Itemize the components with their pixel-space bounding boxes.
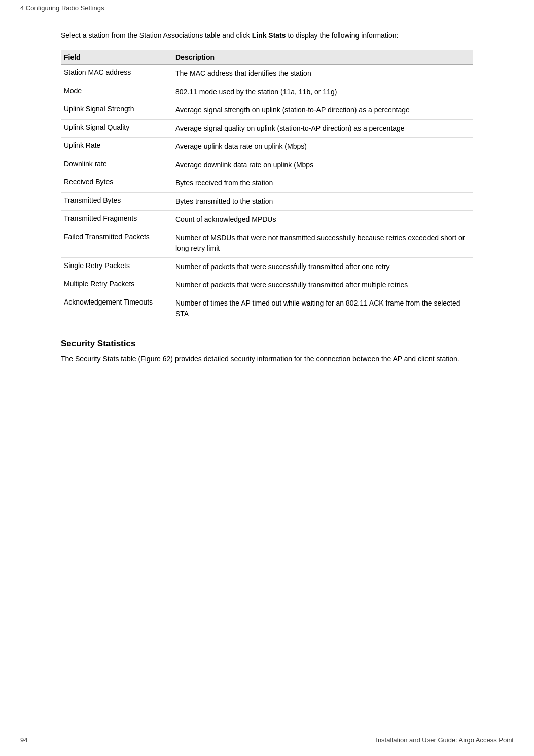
table-row: Uplink Signal StrengthAverage signal str… [61,101,473,120]
table-cell-description: Number of packets that were successfully… [172,258,473,276]
col-header-field: Field [61,50,172,65]
page-footer: 94 Installation and User Guide: Airgo Ac… [0,733,534,747]
table-cell-field: Failed Transmitted Packets [61,229,172,258]
table-cell-description: Number of times the AP timed out while w… [172,294,473,323]
table-cell-field: Transmitted Fragments [61,211,172,229]
col-header-description: Description [172,50,473,65]
table-cell-description: 802.11 mode used by the station (11a, 11… [172,83,473,101]
footer-guide-title: Installation and User Guide: Airgo Acces… [376,736,514,744]
table-row: Failed Transmitted PacketsNumber of MSDU… [61,229,473,258]
table-row: Single Retry PacketsNumber of packets th… [61,258,473,276]
table-row: Mode 802.11 mode used by the station (11… [61,83,473,101]
table-cell-description: The MAC address that identifies the stat… [172,65,473,83]
table-cell-field: Uplink Rate [61,138,172,156]
intro-text-before-bold: Select a station from the Station Associ… [61,31,252,40]
table-row: Acknowledgement TimeoutsNumber of times … [61,294,473,323]
table-cell-description: Number of packets that were successfully… [172,276,473,294]
table-cell-description: Number of MSDUs that were not transmitte… [172,229,473,258]
table-cell-field: Mode [61,83,172,101]
table-row: Transmitted FragmentsCount of acknowledg… [61,211,473,229]
table-cell-description: Bytes received from the station [172,174,473,193]
table-cell-description: Average signal quality on uplink (statio… [172,120,473,138]
table-row: Uplink Signal QualityAverage signal qual… [61,120,473,138]
table-cell-field: Single Retry Packets [61,258,172,276]
table-cell-field: Station MAC address [61,65,172,83]
table-cell-description: Average signal strength on uplink (stati… [172,101,473,120]
page-content: Select a station from the Station Associ… [0,15,534,405]
table-row: Downlink rateAverage downlink data rate … [61,156,473,174]
table-cell-field: Downlink rate [61,156,172,174]
table-cell-description: Count of acknowledged MPDUs [172,211,473,229]
page-header: 4 Configuring Radio Settings [0,0,534,15]
table-cell-field: Uplink Signal Strength [61,101,172,120]
security-statistics-section: Security Statistics The Security Stats t… [61,338,473,364]
table-row: Received BytesBytes received from the st… [61,174,473,193]
intro-paragraph: Select a station from the Station Associ… [61,30,473,41]
intro-text-after-bold: to display the following information: [286,31,399,40]
table-row: Uplink RateAverage uplink data rate on u… [61,138,473,156]
table-cell-field: Transmitted Bytes [61,193,172,211]
security-statistics-body: The Security Stats table (Figure 62) pro… [61,354,473,364]
table-cell-field: Uplink Signal Quality [61,120,172,138]
table-cell-field: Multiple Retry Packets [61,276,172,294]
table-cell-field: Acknowledgement Timeouts [61,294,172,323]
security-statistics-heading: Security Statistics [61,338,473,349]
footer-page-number: 94 [20,736,27,744]
link-stats-table: Field Description Station MAC addressThe… [61,50,473,323]
chapter-title: 4 Configuring Radio Settings [20,4,104,12]
table-cell-description: Average uplink data rate on uplink (Mbps… [172,138,473,156]
intro-bold: Link Stats [252,31,286,40]
table-cell-description: Average downlink data rate on uplink (Mb… [172,156,473,174]
table-row: Multiple Retry PacketsNumber of packets … [61,276,473,294]
table-row: Transmitted BytesBytes transmitted to th… [61,193,473,211]
table-header-row: Field Description [61,50,473,65]
table-cell-description: Bytes transmitted to the station [172,193,473,211]
table-row: Station MAC addressThe MAC address that … [61,65,473,83]
table-cell-field: Received Bytes [61,174,172,193]
